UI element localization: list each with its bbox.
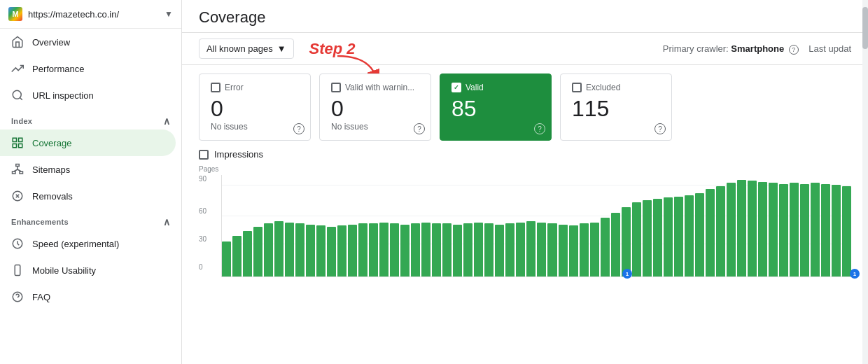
chart-bar xyxy=(832,185,841,276)
sidebar-header[interactable]: M https://mazetech.co.in/ ▼ xyxy=(0,0,181,29)
chart-bar xyxy=(559,225,568,277)
sidebar-item-performance[interactable]: Performance xyxy=(0,55,176,82)
svg-rect-6 xyxy=(16,164,20,167)
sidebar-item-speed[interactable]: Speed (experimental) xyxy=(0,230,176,257)
chart-bar xyxy=(526,221,536,276)
chart-bar xyxy=(800,184,809,277)
sidebar-item-faq[interactable]: FAQ xyxy=(0,284,176,310)
primary-crawler-info: Primary crawler: Smartphone ? Last updat xyxy=(663,43,851,55)
chart-bar xyxy=(590,223,599,277)
chart-bar xyxy=(442,223,451,276)
index-chevron-icon[interactable]: ∧ xyxy=(163,115,170,127)
sidebar: M https://mazetech.co.in/ ▼ Overview Per… xyxy=(0,0,182,364)
valid-warning-card-subtitle: No issues xyxy=(331,122,419,132)
error-card-value: 0 xyxy=(211,95,299,122)
sidebar-item-overview[interactable]: Overview xyxy=(0,29,176,55)
site-url: https://mazetech.co.in/ xyxy=(28,9,159,20)
error-card[interactable]: Error 0 No issues ? xyxy=(199,74,311,141)
chart-y-value-60: 60 xyxy=(199,207,206,215)
speed-icon xyxy=(11,237,24,250)
sidebar-item-sitemaps-label: Sitemaps xyxy=(32,164,70,175)
chart-bar xyxy=(463,223,472,276)
chart-bar xyxy=(685,195,694,276)
chart-bar xyxy=(842,186,851,277)
chart-bar xyxy=(695,193,704,276)
chart-bar xyxy=(632,202,641,277)
chart-bar xyxy=(547,223,556,276)
chart-bars xyxy=(221,175,851,277)
sidebar-item-performance-label: Performance xyxy=(32,64,84,74)
sidebar-item-coverage[interactable]: Coverage xyxy=(0,130,176,156)
chart-bar xyxy=(316,225,326,276)
excluded-card-value: 115 xyxy=(572,95,660,122)
error-checkbox[interactable] xyxy=(211,83,220,92)
removals-icon xyxy=(11,190,24,202)
chart-bar xyxy=(358,223,368,276)
valid-warning-card-help[interactable]: ? xyxy=(414,123,425,134)
site-favicon: M xyxy=(8,7,22,21)
page-title-bar: Coverage xyxy=(182,0,868,33)
sidebar-item-url-inspection-label: URL inspection xyxy=(32,90,94,101)
valid-warning-checkbox[interactable] xyxy=(331,83,341,92)
sidebar-item-mobile-usability-label: Mobile Usability xyxy=(32,265,96,276)
chart-y-value-0: 0 xyxy=(199,263,203,271)
enhancements-chevron-icon[interactable]: ∧ xyxy=(163,216,170,227)
chart-bar xyxy=(274,221,284,276)
chart-bar xyxy=(653,199,662,276)
svg-line-1 xyxy=(20,97,22,99)
excluded-card-help[interactable]: ? xyxy=(654,123,666,134)
chart-bar xyxy=(580,223,589,276)
chart-bar xyxy=(411,223,420,276)
chart-bar xyxy=(779,184,788,277)
error-card-help[interactable]: ? xyxy=(293,123,304,134)
chart-bar xyxy=(769,183,778,276)
last-updated-label: Last updat xyxy=(808,43,851,54)
chart-bar xyxy=(306,225,315,277)
chart-bar xyxy=(611,213,620,277)
valid-warning-card-value: 0 xyxy=(331,95,419,122)
chart-container: Pages 90 60 30 0 1 1 1 1 xyxy=(199,165,851,291)
chart-bar xyxy=(811,183,820,276)
sidebar-item-mobile-usability[interactable]: Mobile Usability xyxy=(0,257,176,284)
excluded-checkbox[interactable] xyxy=(572,83,582,92)
chart-bar xyxy=(285,223,294,277)
home-icon xyxy=(11,36,24,48)
site-dropdown-arrow[interactable]: ▼ xyxy=(164,9,173,19)
svg-rect-5 xyxy=(13,144,16,148)
valid-card-help[interactable]: ? xyxy=(534,123,545,134)
svg-rect-2 xyxy=(13,138,16,141)
step2-annotation-container: Step 2 xyxy=(309,40,356,58)
mobile-icon xyxy=(11,264,24,276)
filter-dropdown[interactable]: All known pages ▼ xyxy=(199,38,294,59)
chart-area: Impressions Pages 90 60 30 0 1 1 1 1 xyxy=(182,141,868,364)
valid-warning-card[interactable]: Valid with warnin... 0 No issues ? xyxy=(319,74,431,141)
help-icon-crawler[interactable]: ? xyxy=(789,45,799,55)
primary-crawler-value: Smartphone xyxy=(731,43,784,54)
valid-checkbox[interactable] xyxy=(451,83,461,92)
chart-bar xyxy=(453,225,462,277)
enhancements-section-label: Enhancements xyxy=(11,218,69,226)
sidebar-item-url-inspection[interactable]: URL inspection xyxy=(0,82,176,108)
cards-row: Error 0 No issues ? Valid with warnin...… xyxy=(182,65,868,141)
chart-bar xyxy=(569,225,578,276)
coverage-icon xyxy=(11,136,24,149)
chart-bar xyxy=(495,225,504,277)
svg-point-0 xyxy=(13,90,21,99)
chart-y-value-90: 90 xyxy=(199,175,206,183)
index-section-label: Index xyxy=(11,117,32,125)
chart-bar xyxy=(758,182,767,277)
chart-bar xyxy=(348,225,357,277)
impressions-checkbox[interactable] xyxy=(199,150,209,160)
sidebar-item-removals[interactable]: Removals xyxy=(0,183,176,209)
sidebar-item-sitemaps[interactable]: Sitemaps xyxy=(0,156,176,183)
excluded-card[interactable]: Excluded 115 ? xyxy=(560,74,672,141)
faq-icon xyxy=(11,290,24,303)
chart-bar xyxy=(821,184,830,277)
chart-bar xyxy=(264,223,273,276)
chart-bar xyxy=(369,223,378,276)
chart-bar xyxy=(748,181,757,276)
sidebar-item-speed-label: Speed (experimental) xyxy=(32,239,119,249)
valid-card[interactable]: Valid 85 ? xyxy=(440,74,552,141)
chart-bar xyxy=(537,223,546,277)
primary-crawler-label: Primary crawler: xyxy=(663,43,729,54)
